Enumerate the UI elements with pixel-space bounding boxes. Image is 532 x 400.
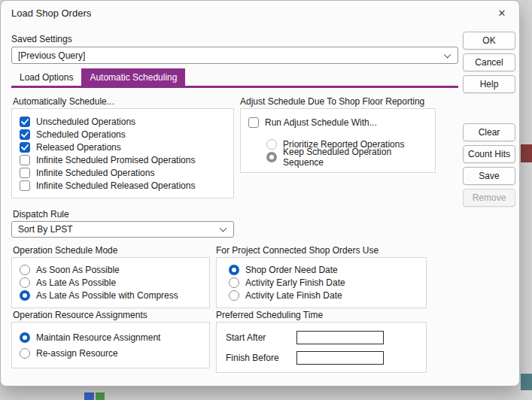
- radio-row[interactable]: Activity Late Finish Date: [229, 289, 414, 302]
- desktop-background: Load Shop Orders ✕ Saved Settings [Previ…: [0, 0, 532, 400]
- dialog-title: Load Shop Orders: [11, 8, 91, 19]
- resource-assignments-group: Maintain Resource Assignment Re-assign R…: [11, 322, 210, 368]
- background-window-sliver: [521, 374, 532, 390]
- count-hits-button[interactable]: Count Hits: [463, 145, 515, 163]
- checkbox-label[interactable]: Infinite Scheduled Operations: [36, 168, 154, 178]
- project-connected-heading: For Project Connected Shop Orders Use: [216, 245, 378, 256]
- radio-as-late-as-possible-with-compress[interactable]: [20, 290, 30, 301]
- dispatch-rule-label: Dispatch Rule: [13, 209, 69, 220]
- checkbox-row[interactable]: Run Adjust Schedule With...: [248, 116, 427, 129]
- checkbox-unscheduled-operations[interactable]: [20, 117, 30, 127]
- checkbox-scheduled-operations[interactable]: [20, 129, 30, 140]
- saved-settings-value: [Previous Query]: [18, 50, 85, 61]
- dispatch-rule-value: Sort By LPST: [18, 224, 73, 235]
- radio-row[interactable]: Keep Scheduled Operation Sequence: [266, 150, 427, 163]
- checkbox-released-operations[interactable]: [20, 142, 30, 153]
- dispatch-rule-dropdown[interactable]: Sort By LPST: [11, 221, 234, 238]
- checkbox-label[interactable]: Run Adjust Schedule With...: [265, 117, 377, 128]
- checkbox-row[interactable]: Infinite Scheduled Operations: [20, 166, 226, 179]
- background-window-sliver: [521, 0, 532, 400]
- checkbox-row[interactable]: Released Operations: [20, 141, 226, 153]
- radio-row[interactable]: Activity Early Finish Date: [229, 276, 414, 289]
- remove-button: Remove: [463, 189, 515, 207]
- tab-underline: [11, 86, 458, 88]
- radio-row[interactable]: Maintain Resource Assignment: [20, 331, 202, 344]
- operation-schedule-mode-group: As Soon As Possible As Late As Possible …: [11, 257, 210, 308]
- preferred-time-heading: Preferred Scheduling Time: [216, 310, 323, 320]
- chevron-down-icon: [220, 225, 227, 232]
- help-button[interactable]: Help: [463, 75, 515, 93]
- radio-label[interactable]: Shop Order Need Date: [245, 265, 338, 275]
- finish-before-label: Finish Before: [226, 353, 296, 363]
- checkbox-infinite-scheduled-released-operations[interactable]: [20, 180, 30, 191]
- radio-reassign-resource[interactable]: [20, 348, 30, 359]
- radio-as-late-as-possible[interactable]: [20, 277, 30, 288]
- background-window-sliver: [521, 144, 532, 162]
- tab-automatic-scheduling[interactable]: Automatic Scheduling: [81, 68, 185, 86]
- radio-shop-order-need-date[interactable]: [229, 265, 239, 275]
- radio-activity-early-finish-date[interactable]: [229, 277, 239, 288]
- auto-schedule-group: Unscheduled Operations Scheduled Operati…: [11, 108, 234, 198]
- radio-label[interactable]: As Soon As Possible: [36, 265, 120, 275]
- saved-settings-label: Saved Settings: [11, 34, 72, 44]
- checkbox-infinite-scheduled-operations[interactable]: [20, 168, 30, 178]
- saved-settings-dropdown[interactable]: [Previous Query]: [11, 47, 458, 64]
- radio-label[interactable]: Keep Scheduled Operation Sequence: [283, 147, 427, 168]
- radio-label[interactable]: Activity Late Finish Date: [245, 290, 342, 301]
- checkbox-label[interactable]: Infinite Scheduled Promised Operations: [36, 155, 195, 165]
- radio-row[interactable]: As Late As Possible: [20, 276, 202, 289]
- checkbox-label[interactable]: Released Operations: [36, 142, 121, 153]
- background-window-sliver: [0, 392, 521, 400]
- field-row: Finish Before: [226, 349, 417, 366]
- tab-strip: Load Options Automatic Scheduling: [11, 68, 185, 86]
- radio-maintain-resource-assignment[interactable]: [20, 332, 30, 343]
- start-after-input[interactable]: [296, 331, 384, 344]
- radio-row[interactable]: As Soon As Possible: [20, 263, 202, 276]
- cancel-button[interactable]: Cancel: [463, 53, 515, 71]
- checkbox-run-adjust-schedule[interactable]: [248, 117, 259, 128]
- radio-keep-scheduled-operation-sequence[interactable]: [266, 152, 277, 162]
- load-shop-orders-dialog: Load Shop Orders ✕ Saved Settings [Previ…: [0, 0, 520, 386]
- clear-button[interactable]: Clear: [463, 123, 515, 141]
- start-after-label: Start After: [226, 332, 296, 343]
- radio-activity-late-finish-date[interactable]: [229, 290, 239, 301]
- radio-row[interactable]: As Late As Possible with Compress: [20, 289, 202, 302]
- radio-label[interactable]: As Late As Possible: [36, 277, 116, 288]
- background-window-sliver: [96, 392, 105, 400]
- close-icon[interactable]: ✕: [491, 4, 513, 22]
- background-window-sliver: [84, 392, 94, 400]
- field-row: Start After: [226, 329, 417, 346]
- radio-label[interactable]: Maintain Resource Assignment: [36, 332, 160, 343]
- auto-schedule-heading: Automatically Schedule...: [13, 96, 114, 107]
- radio-row[interactable]: Shop Order Need Date: [229, 263, 414, 276]
- radio-as-soon-as-possible[interactable]: [20, 265, 30, 275]
- resource-assignments-heading: Operation Resource Assignments: [13, 310, 147, 320]
- checkbox-row[interactable]: Unscheduled Operations: [20, 115, 226, 128]
- operation-schedule-mode-heading: Operation Schedule Mode: [13, 245, 117, 256]
- preferred-time-group: Start After Finish Before: [216, 322, 427, 373]
- checkbox-label[interactable]: Infinite Scheduled Released Operations: [36, 180, 195, 191]
- checkbox-row[interactable]: Infinite Scheduled Released Operations: [20, 179, 226, 192]
- adjust-schedule-group: Run Adjust Schedule With... Prioritize R…: [240, 108, 436, 173]
- tab-load-options[interactable]: Load Options: [11, 68, 81, 86]
- radio-row[interactable]: Re-assign Resource: [20, 347, 202, 359]
- checkbox-label[interactable]: Unscheduled Operations: [36, 117, 135, 127]
- checkbox-row[interactable]: Infinite Scheduled Promised Operations: [20, 153, 226, 166]
- radio-label[interactable]: Re-assign Resource: [36, 348, 118, 359]
- finish-before-input[interactable]: [296, 351, 384, 365]
- adjust-schedule-heading: Adjust Schedule Due To Shop Floor Report…: [240, 96, 424, 107]
- checkbox-infinite-scheduled-promised-operations[interactable]: [20, 155, 30, 165]
- checkbox-row[interactable]: Scheduled Operations: [20, 128, 226, 141]
- ok-button[interactable]: OK: [463, 32, 515, 50]
- radio-prioritize-reported-operations[interactable]: [266, 139, 277, 150]
- radio-label[interactable]: As Late As Possible with Compress: [36, 290, 178, 301]
- title-bar[interactable]: Load Shop Orders ✕: [1, 1, 519, 25]
- radio-label[interactable]: Activity Early Finish Date: [245, 277, 345, 288]
- checkbox-label[interactable]: Scheduled Operations: [36, 129, 126, 140]
- project-connected-group: Shop Order Need Date Activity Early Fini…: [216, 257, 427, 308]
- chevron-down-icon: [444, 50, 451, 58]
- save-button[interactable]: Save: [463, 167, 515, 185]
